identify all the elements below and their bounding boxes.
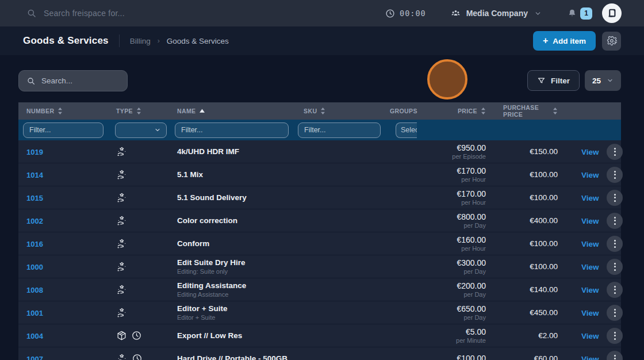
column-header-price[interactable]: PRICE	[431, 108, 503, 114]
item-name: Editor + Suite	[177, 304, 296, 313]
timer[interactable]: 00:00	[385, 9, 426, 18]
item-price: €200.00	[431, 281, 486, 290]
row-menu-button[interactable]	[607, 305, 623, 321]
item-number-link[interactable]: 1001	[26, 309, 43, 317]
row-menu-button[interactable]	[607, 236, 623, 252]
item-type-icons	[108, 261, 169, 273]
add-item-button[interactable]: + Add item	[533, 31, 596, 51]
type-filter-select[interactable]	[115, 122, 167, 138]
view-link[interactable]: View	[581, 286, 599, 294]
view-link[interactable]: View	[581, 332, 599, 340]
item-number-link[interactable]: 1000	[26, 263, 43, 271]
breadcrumb: Billing › Goods & Services	[130, 37, 229, 45]
item-price-unit: per Hour	[431, 246, 486, 252]
breadcrumb-billing[interactable]: Billing	[130, 37, 151, 45]
item-number-link[interactable]: 1007	[26, 355, 43, 360]
row-menu-button[interactable]	[607, 190, 623, 206]
item-name: Color correction	[177, 216, 296, 225]
top-navbar: Search freispace for... 00:00 Media Comp…	[0, 0, 644, 26]
table-row: 1002 Color correction €800.00 per Day €4…	[18, 209, 621, 232]
hand-sparkle-icon	[116, 307, 128, 319]
notifications-button[interactable]: 1	[567, 7, 592, 20]
settings-button[interactable]	[602, 32, 621, 51]
item-name: 5.1 Mix	[177, 170, 296, 179]
item-price: €160.00	[431, 235, 486, 244]
item-price: €650.00	[431, 304, 486, 313]
workspace-logo-icon	[606, 7, 618, 19]
item-number-link[interactable]: 1014	[26, 171, 43, 179]
view-link[interactable]: View	[581, 309, 599, 317]
item-price: €300.00	[431, 258, 486, 267]
hand-sparkle-icon	[116, 238, 128, 250]
row-menu-button[interactable]	[607, 282, 623, 298]
item-type-icons	[108, 238, 169, 250]
hand-sparkle-icon	[116, 284, 128, 296]
table-search-input[interactable]: Search...	[18, 70, 128, 91]
row-menu-button[interactable]	[607, 351, 623, 360]
groups-filter-select[interactable]: Select	[396, 122, 417, 138]
filter-button[interactable]: Filter	[527, 70, 580, 91]
item-number-link[interactable]: 1019	[26, 148, 43, 156]
item-type-icons	[108, 330, 169, 341]
funnel-icon	[537, 76, 546, 85]
row-menu-button[interactable]	[607, 213, 623, 229]
table-row: 1019 4k/UHD HDR IMF €950.00 per Episode …	[18, 140, 621, 163]
chevron-down-icon	[607, 77, 614, 84]
name-filter-input[interactable]	[175, 122, 289, 138]
view-link[interactable]: View	[581, 263, 599, 271]
view-link[interactable]: View	[581, 355, 599, 360]
row-menu-button[interactable]	[607, 328, 623, 344]
row-menu-button[interactable]	[607, 259, 623, 275]
item-number-link[interactable]: 1002	[26, 217, 43, 225]
view-link[interactable]: View	[581, 171, 599, 179]
item-name: Editing Assistance	[177, 281, 296, 290]
number-filter-input[interactable]	[23, 122, 103, 138]
clock-icon	[385, 9, 395, 18]
page-header: Goods & Services Billing › Goods & Servi…	[0, 26, 644, 55]
header-divider	[119, 35, 120, 47]
sku-filter-input[interactable]	[298, 122, 381, 138]
hand-sparkle-icon	[116, 261, 128, 273]
search-icon	[26, 76, 36, 86]
company-name: Media Company	[466, 9, 528, 18]
row-menu-button[interactable]	[607, 144, 623, 160]
table-body: 1019 4k/UHD HDR IMF €950.00 per Episode …	[18, 140, 621, 360]
column-header-number[interactable]: NUMBER	[18, 108, 108, 114]
item-price-unit: per Day	[431, 223, 486, 229]
item-price-unit: per Day	[431, 315, 486, 321]
item-price: €5.00	[431, 327, 486, 336]
add-item-label: Add item	[553, 37, 586, 45]
item-price-unit: per Day	[431, 292, 486, 298]
item-number-link[interactable]: 1016	[26, 240, 43, 248]
view-link[interactable]: View	[581, 194, 599, 202]
avatar[interactable]	[602, 3, 622, 23]
item-type-icons	[108, 353, 169, 360]
table-header-row: NUMBER TYPE NAME SKU GROUPS PRICE PURCHA…	[18, 102, 621, 120]
view-link[interactable]: View	[581, 148, 599, 156]
item-purchase-price: €100.00	[503, 262, 578, 271]
item-name: Hard Drive // Portable - 500GB	[177, 354, 296, 360]
view-link[interactable]: View	[581, 217, 599, 225]
chevron-down-icon	[534, 10, 542, 17]
item-number-link[interactable]: 1008	[26, 286, 43, 294]
view-link[interactable]: View	[581, 240, 599, 248]
column-header-type[interactable]: TYPE	[108, 108, 169, 114]
sort-icon	[553, 108, 558, 114]
item-number-link[interactable]: 1015	[26, 194, 43, 202]
item-number-link[interactable]: 1004	[26, 332, 43, 340]
column-header-purchase-price[interactable]: PURCHASE PRICE	[503, 104, 578, 118]
global-search-input[interactable]: Search freispace for...	[26, 8, 385, 18]
company-switcher[interactable]: Media Company	[450, 8, 542, 19]
column-header-name[interactable]: NAME	[169, 108, 296, 114]
item-purchase-price: €140.00	[503, 285, 578, 294]
team-icon	[450, 8, 461, 19]
column-header-sku[interactable]: SKU	[296, 108, 382, 114]
page-size-select[interactable]: 25	[585, 70, 621, 91]
sort-icon	[481, 108, 486, 114]
row-menu-button[interactable]	[607, 167, 623, 183]
item-purchase-price: €2.00	[503, 331, 578, 340]
item-type-icons	[108, 192, 169, 204]
item-price: €170.00	[431, 166, 486, 175]
table-row: 1008 Editing Assistance Editing Assistan…	[18, 278, 621, 301]
hand-sparkle-icon	[116, 192, 128, 204]
